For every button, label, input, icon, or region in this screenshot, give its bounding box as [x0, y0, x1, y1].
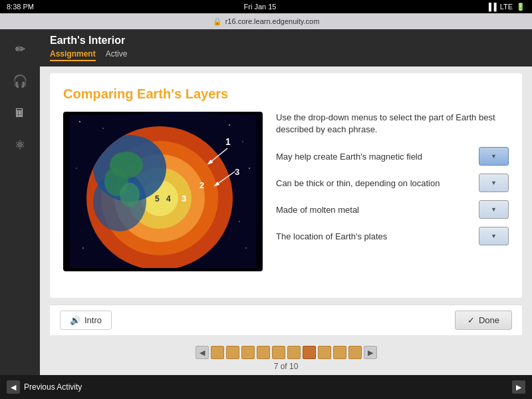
page-dot-8[interactable] — [318, 346, 331, 359]
app-container: ✏ 🎧 🖩 ⚛ Earth's Interior Assignment Acti… — [0, 29, 532, 375]
lte-label: LTE — [500, 3, 513, 11]
page-dot-2[interactable] — [226, 346, 239, 359]
svg-point-9 — [82, 247, 84, 249]
done-label: Done — [479, 315, 499, 325]
prev-activity-button[interactable]: ◀ Previous Activity — [7, 380, 82, 394]
svg-point-3 — [229, 124, 230, 126]
svg-point-2 — [102, 128, 104, 129]
svg-text:1: 1 — [225, 136, 231, 147]
main-card: Comparing Earth's Layers — [50, 73, 522, 298]
prev-page-button[interactable]: ◀ — [196, 346, 209, 359]
prev-activity-label: Previous Activity — [24, 382, 82, 392]
earth-svg-container: 1 2 3 — [63, 112, 263, 271]
earth-diagram: 1 2 3 — [63, 112, 263, 271]
question-text-3: Made of molten metal — [276, 205, 472, 215]
question-dropdown-1[interactable]: ▼ — [479, 147, 509, 166]
calculator-icon[interactable]: 🖩 — [7, 100, 33, 126]
next-page-button[interactable]: ▶ — [364, 346, 377, 359]
main-content: Earth's Interior Assignment Active Compa… — [40, 29, 532, 375]
page-header: Earth's Interior Assignment Active — [40, 29, 532, 66]
question-row-3: Made of molten metal ▼ — [276, 200, 509, 219]
status-right: ▐▐ LTE 🔋 — [486, 3, 525, 11]
sidebar: ✏ 🎧 🖩 ⚛ — [0, 29, 40, 375]
svg-point-6 — [76, 168, 77, 169]
svg-point-8 — [239, 221, 240, 222]
page-dot-1[interactable] — [211, 346, 224, 359]
dropdown-arrow-3: ▼ — [491, 206, 497, 213]
svg-point-4 — [242, 141, 243, 142]
pagination-area: ◀ ▶ 7 of 10 — [40, 342, 532, 375]
svg-point-10 — [245, 247, 247, 249]
dropdown-arrow-2: ▼ — [491, 180, 497, 186]
pagination-controls: ◀ ▶ — [196, 346, 377, 359]
question-row-2: Can be thick or thin, depending on locat… — [276, 174, 509, 192]
page-dot-9[interactable] — [333, 346, 346, 359]
page-dot-3[interactable] — [241, 346, 255, 359]
status-time: 8:38 PM — [7, 3, 34, 11]
question-dropdown-4[interactable]: ▼ — [479, 227, 509, 245]
svg-point-5 — [249, 168, 250, 169]
done-button[interactable]: ✓ Done — [455, 311, 512, 330]
signal-icon: ▐▐ — [486, 3, 497, 11]
lock-icon: 🔒 — [213, 17, 222, 26]
question-row-1: May help create Earth's magnetic field ▼ — [276, 147, 509, 166]
instructions-text: Use the drop-down menus to select the pa… — [276, 112, 509, 136]
page-title: Earth's Interior — [50, 35, 522, 47]
intro-label: Intro — [84, 315, 102, 325]
battery-icon: 🔋 — [516, 3, 525, 11]
content-area: Comparing Earth's Layers — [40, 66, 532, 342]
bottom-nav: ◀ Previous Activity ▶ — [0, 375, 532, 399]
svg-text:3: 3 — [182, 194, 186, 203]
page-count: 7 of 10 — [274, 362, 299, 371]
page-dot-10[interactable] — [348, 346, 362, 359]
status-date: Fri Jan 15 — [244, 3, 277, 11]
question-text-1: May help create Earth's magnetic field — [276, 152, 472, 162]
check-icon: ✓ — [467, 315, 475, 325]
question-dropdown-3[interactable]: ▼ — [479, 200, 509, 219]
svg-text:5: 5 — [155, 194, 160, 203]
questions-area: Use the drop-down menus to select the pa… — [276, 112, 509, 271]
prev-nav-arrow: ◀ — [7, 380, 20, 394]
dropdown-arrow-4: ▼ — [491, 233, 497, 239]
question-dropdown-2[interactable]: ▼ — [479, 174, 509, 192]
svg-point-21 — [120, 183, 140, 207]
page-dot-4[interactable] — [257, 346, 270, 359]
next-nav-arrow[interactable]: ▶ — [512, 380, 525, 394]
earth-layers-svg: 1 2 3 — [70, 115, 256, 268]
page-dot-6[interactable] — [287, 346, 301, 359]
tab-active[interactable]: Active — [106, 49, 128, 61]
page-tabs: Assignment Active — [50, 49, 522, 61]
intro-button[interactable]: 🔊 Intro — [60, 311, 112, 330]
question-text-2: Can be thick or thin, depending on locat… — [276, 178, 472, 188]
question-row-4: The location of Earth's plates ▼ — [276, 227, 509, 245]
speaker-icon: 🔊 — [70, 315, 80, 325]
headphone-icon[interactable]: 🎧 — [7, 68, 33, 94]
svg-text:2: 2 — [200, 180, 204, 190]
page-dot-5[interactable] — [272, 346, 285, 359]
svg-point-1 — [79, 121, 80, 122]
question-text-4: The location of Earth's plates — [276, 231, 472, 241]
card-body: 1 2 3 — [63, 112, 509, 271]
atom-icon[interactable]: ⚛ — [7, 132, 33, 158]
pencil-icon[interactable]: ✏ — [7, 36, 33, 63]
url-bar: 🔒 r16.core.learn.edgenuity.com — [0, 13, 532, 29]
tab-assignment[interactable]: Assignment — [50, 49, 96, 61]
svg-text:3: 3 — [235, 167, 239, 177]
card-title: Comparing Earth's Layers — [63, 86, 509, 102]
svg-text:4: 4 — [166, 194, 171, 203]
page-dot-7[interactable] — [303, 346, 316, 359]
dropdown-arrow-1: ▼ — [491, 153, 497, 160]
status-bar: 8:38 PM Fri Jan 15 ▐▐ LTE 🔋 — [0, 0, 532, 13]
bottom-toolbar: 🔊 Intro ✓ Done — [50, 305, 522, 335]
url-text: r16.core.learn.edgenuity.com — [225, 17, 320, 25]
